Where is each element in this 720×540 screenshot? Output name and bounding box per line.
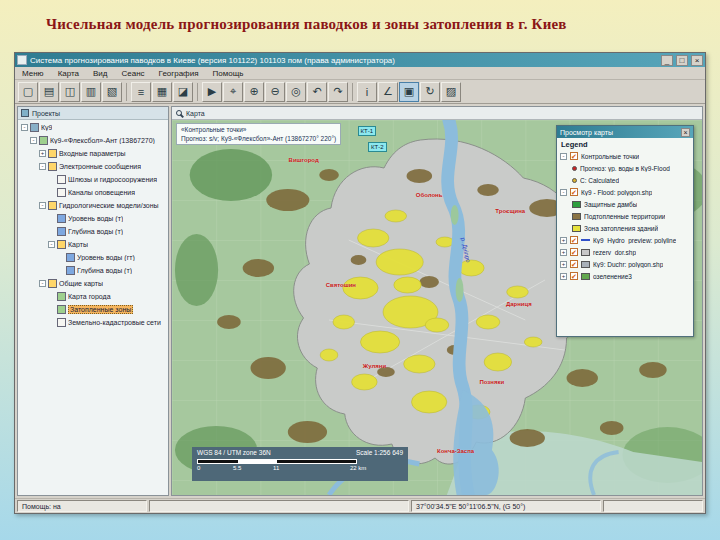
tree-item[interactable]: -Гидрологические модели/зоны	[18, 199, 168, 212]
tree-item[interactable]: Каналы оповещения	[18, 186, 168, 199]
expander-icon[interactable]: +	[560, 237, 567, 244]
select-icon[interactable]: ▶	[202, 82, 222, 102]
tree-item[interactable]: +Входные параметры	[18, 147, 168, 160]
tree-item[interactable]: Карта города	[18, 290, 168, 303]
statusbar: Помощь: на 37°00'34.5"E 50°11'06.5"N, (G…	[15, 498, 705, 513]
checkbox-icon[interactable]: ✔	[570, 188, 578, 196]
status-field	[603, 500, 703, 512]
legend-window-title: Просмотр карты	[560, 129, 613, 136]
tree-item-label: Каналы оповещения	[68, 189, 135, 196]
folder-icon	[48, 149, 57, 158]
expander-icon[interactable]: +	[560, 273, 567, 280]
window-titlebar[interactable]: Система прогнозирования паводков в Киеве…	[15, 53, 705, 67]
slide-title: Чисельная модель прогнозирования паводко…	[46, 16, 567, 33]
pan-icon[interactable]: ⌖	[223, 82, 243, 102]
chart-icon[interactable]: ◪	[173, 82, 193, 102]
expander-icon[interactable]: -	[39, 163, 46, 170]
tree-item[interactable]: Земельно-кадастровые сети	[18, 316, 168, 329]
tree-item[interactable]: -Электронные сообщения	[18, 160, 168, 173]
project-icon	[30, 123, 39, 132]
refresh-icon[interactable]: ↻	[420, 82, 440, 102]
tree-item[interactable]: Глубина воды (т)	[18, 225, 168, 238]
expander-icon[interactable]: -	[39, 280, 46, 287]
menu-item-session[interactable]: Сеанс	[115, 69, 152, 78]
expander-icon[interactable]: +	[560, 249, 567, 256]
tree-item[interactable]: -Общие карты	[18, 277, 168, 290]
scale-tick: 22 km	[350, 465, 366, 471]
checkbox-icon[interactable]: ✔	[570, 248, 578, 256]
prev-extent-icon[interactable]: ↶	[307, 82, 327, 102]
maximize-button[interactable]: □	[676, 55, 688, 66]
legend-item[interactable]: -✔Ку9 - Flood: polygon.shp	[557, 186, 693, 198]
checkbox-icon[interactable]: ✔	[570, 272, 578, 280]
scale-label: Scale 1:256 649	[356, 449, 403, 456]
info-icon[interactable]: i	[357, 82, 377, 102]
control-point-tag[interactable]: КТ-1	[358, 126, 377, 136]
tree-item-label: Глубина воды (т)	[77, 267, 132, 274]
app-icon	[17, 55, 27, 65]
legend-titlebar[interactable]: Просмотр карты ×	[557, 126, 693, 138]
tree-item[interactable]: Уровень воды (т)	[18, 212, 168, 225]
zoom-out-icon[interactable]: ⊖	[265, 82, 285, 102]
settings-icon[interactable]: ▨	[441, 82, 461, 102]
menu-item-geography[interactable]: География	[152, 69, 206, 78]
tree-item[interactable]: Уровень воды (гт)	[18, 251, 168, 264]
legend-item[interactable]: +✔озеленение3	[557, 270, 693, 282]
control-point-tag[interactable]: КТ-2	[368, 142, 387, 152]
toolbar-separator	[352, 83, 353, 101]
expander-icon[interactable]: -	[560, 153, 567, 160]
expander-icon[interactable]: -	[21, 124, 28, 131]
tree-item[interactable]: -Ку9	[18, 121, 168, 134]
scale-tick: 11	[273, 465, 279, 471]
close-icon[interactable]: ×	[681, 128, 690, 137]
next-extent-icon[interactable]: ↷	[328, 82, 348, 102]
district-label: Дарниця	[506, 301, 532, 307]
tree-item[interactable]: Глубина воды (т)	[18, 264, 168, 277]
layers-icon[interactable]: ≡	[131, 82, 151, 102]
measure-icon[interactable]: ∠	[378, 82, 398, 102]
legend-item-label: Подтопленные территории	[584, 213, 665, 220]
legend-item[interactable]: +✔Ку9_Hydro_preview: polyline	[557, 234, 693, 246]
legend-item[interactable]: +✔rezerv_dor.shp	[557, 246, 693, 258]
map-area: Карта «Контрольные точки» Прогноз: s/v; …	[171, 106, 703, 496]
close-button[interactable]: ×	[691, 55, 703, 66]
toolbar-separator	[126, 83, 127, 101]
expander-icon[interactable]: -	[39, 202, 46, 209]
tree-item[interactable]: Шлюзы и гидросооружения	[18, 173, 168, 186]
expander-icon[interactable]: -	[30, 137, 37, 144]
district-label: Жуляни	[363, 363, 386, 369]
legend-title: Legend	[557, 138, 693, 150]
projects-icon	[21, 109, 29, 117]
minimize-button[interactable]: _	[661, 55, 673, 66]
menu-item-map[interactable]: Карта	[51, 69, 86, 78]
checkbox-icon[interactable]: ✔	[570, 260, 578, 268]
checkbox-icon[interactable]: ✔	[570, 152, 578, 160]
menu-item-menu[interactable]: Меню	[15, 69, 51, 78]
tree-item[interactable]: -Карты	[18, 238, 168, 251]
legend-item[interactable]: -✔Контрольные точки	[557, 150, 693, 162]
save-icon[interactable]: ◫	[60, 82, 80, 102]
help-status-field[interactable]: Помощь: на	[17, 500, 147, 512]
expander-icon[interactable]: +	[39, 150, 46, 157]
zoom-in-icon[interactable]: ⊕	[244, 82, 264, 102]
legend-item[interactable]: +✔Ку9: Duchr: polygon.shp	[557, 258, 693, 270]
table-icon[interactable]: ▦	[152, 82, 172, 102]
menu-item-view[interactable]: Вид	[86, 69, 114, 78]
print-icon[interactable]: ▥	[81, 82, 101, 102]
tree-item-selected[interactable]: Затопленные зоны	[18, 303, 168, 316]
expander-icon[interactable]: -	[48, 241, 55, 248]
full-extent-icon[interactable]: ◎	[286, 82, 306, 102]
checkbox-icon[interactable]: ✔	[570, 236, 578, 244]
open-icon[interactable]: ▤	[39, 82, 59, 102]
menu-item-help[interactable]: Помощь	[206, 69, 251, 78]
export-icon[interactable]: ▧	[102, 82, 122, 102]
tree-item[interactable]: -Ку9-«Флексбол»-Ант (13867270)	[18, 134, 168, 147]
legend-toggle-icon[interactable]: ▣	[399, 82, 419, 102]
map-tab-label: Карта	[186, 110, 205, 117]
expander-icon[interactable]: -	[560, 189, 567, 196]
map-tab[interactable]: Карта	[172, 107, 702, 120]
legend-symbol: Прогноз: ур. воды в Ку9-Flood	[557, 162, 693, 174]
tree-item-label: Глубина воды (т)	[68, 228, 123, 235]
new-icon[interactable]: ▢	[18, 82, 38, 102]
expander-icon[interactable]: +	[560, 261, 567, 268]
